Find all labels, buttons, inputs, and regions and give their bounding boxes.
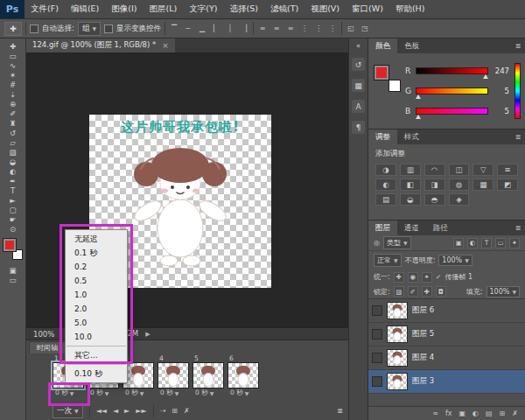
eraser-tool[interactable]: ▱	[3, 137, 24, 147]
distribute-horizontal-centers-icon[interactable]: ⋮	[313, 23, 324, 35]
levels-icon[interactable]: ▥	[400, 164, 421, 176]
unify-style-icon[interactable]: ✦	[422, 272, 432, 283]
auto-select-dropdown[interactable]: 组 ▼	[78, 22, 101, 36]
invert-icon[interactable]: ◩	[497, 178, 518, 191]
filter-pixel-layers-icon[interactable]: ▣	[453, 238, 464, 248]
distribute-right-edges-icon[interactable]: ⋮	[327, 23, 338, 35]
frame-delay-selector[interactable]: 0 秒▼	[88, 388, 121, 397]
posterize-icon[interactable]: ▤	[375, 193, 396, 206]
panel-color-swatches[interactable]	[374, 66, 401, 92]
delay-option-no-delay[interactable]: 无延迟	[66, 232, 127, 246]
character-panel-icon[interactable]: A	[352, 100, 365, 113]
quick-mask-icon[interactable]: ▣	[3, 265, 24, 275]
red-channel-value[interactable]: 247	[492, 66, 509, 75]
new-layer-icon[interactable]: ⊞	[500, 410, 506, 417]
background-color-swatch[interactable]	[388, 80, 401, 92]
filter-smart-objects-icon[interactable]: ✦	[509, 238, 520, 248]
auto-select-checkbox[interactable]	[30, 24, 38, 33]
swatches-panel-icon[interactable]: ▦	[352, 79, 365, 92]
delay-option-0-1s[interactable]: 0.1 秒	[66, 246, 127, 260]
screen-mode-icon[interactable]: ▭	[3, 275, 24, 284]
timeline-frame[interactable]: 5 0 秒▼	[192, 354, 226, 397]
menu-image[interactable]: 图像(I)	[105, 0, 143, 18]
tab-channels[interactable]: 通道	[397, 220, 426, 235]
blue-channel-slider[interactable]	[416, 108, 488, 115]
link-layers-icon[interactable]: ∞	[432, 410, 438, 417]
menu-filter[interactable]: 滤镜(T)	[264, 0, 304, 18]
foreground-color-swatch[interactable]	[374, 66, 388, 80]
marquee-tool[interactable]: ▭	[3, 51, 24, 60]
green-channel-slider[interactable]	[416, 88, 488, 94]
next-frame-button[interactable]: ►►	[136, 407, 146, 415]
curves-icon[interactable]: ◠	[424, 164, 445, 176]
delay-option-1-0[interactable]: 1.0	[66, 288, 127, 302]
close-icon[interactable]: ×	[162, 41, 169, 50]
gradient-map-icon[interactable]: ◈	[449, 193, 470, 206]
dodge-tool[interactable]: ◐	[3, 166, 24, 176]
tab-layers[interactable]: 图层	[368, 220, 397, 235]
type-tool[interactable]: T	[3, 186, 24, 195]
timeline-tab[interactable]: 时间轴	[29, 341, 66, 354]
new-group-icon[interactable]: ▤	[486, 410, 493, 417]
delete-layer-icon[interactable]: ✗	[512, 410, 518, 417]
menu-file[interactable]: 文件(F)	[24, 0, 65, 18]
pen-tool[interactable]: ✒	[3, 176, 24, 186]
layer-visibility-toggle[interactable]	[372, 305, 382, 316]
layer-name[interactable]: 图层 6	[412, 305, 434, 316]
eyedropper-tool[interactable]: ⇣	[3, 89, 24, 99]
channel-mixer-icon[interactable]: ◍	[449, 178, 470, 191]
lasso-tool[interactable]: ∿	[3, 60, 24, 70]
align-left-edges-icon[interactable]: ▏	[211, 23, 221, 35]
brightness-contrast-icon[interactable]: ◑	[375, 164, 396, 176]
unify-visibility-icon[interactable]: ◉	[408, 272, 418, 283]
menu-help[interactable]: 帮助(H)	[389, 0, 431, 18]
tab-adjustments[interactable]: 调整	[368, 130, 397, 144]
shape-tool[interactable]: ▢	[3, 205, 24, 214]
quick-selection-tool[interactable]: ✶	[3, 70, 24, 80]
frame-delay-selector[interactable]: 0 秒▼	[158, 388, 191, 397]
delay-option-other[interactable]: 其它...	[66, 348, 127, 362]
color-lookup-icon[interactable]: ▦	[472, 178, 494, 191]
foreground-color-swatch[interactable]	[4, 239, 16, 251]
exposure-icon[interactable]: ◫	[449, 164, 470, 176]
frame-thumbnail[interactable]	[228, 362, 259, 388]
timeline-frame[interactable]: 4 0 秒▼	[158, 354, 191, 397]
color-balance-icon[interactable]: ◐	[375, 178, 396, 191]
show-transform-checkbox[interactable]	[104, 24, 113, 33]
align-vertical-centers-icon[interactable]: ─	[183, 23, 193, 35]
tab-paths[interactable]: 路径	[426, 220, 455, 235]
delay-option-0-10s[interactable]: 0.10 秒	[66, 367, 127, 381]
green-channel-value[interactable]: 5	[492, 87, 509, 95]
frame-thumbnail[interactable]	[158, 362, 189, 388]
layer-visibility-toggle[interactable]	[372, 353, 382, 363]
auto-align-icon[interactable]: ◱	[346, 23, 356, 35]
foreground-background-swatches[interactable]	[4, 239, 23, 260]
red-channel-slider[interactable]	[416, 67, 488, 74]
align-top-edges-icon[interactable]: ▔	[169, 23, 179, 35]
path-selection-tool[interactable]: ►	[3, 195, 24, 205]
play-button[interactable]: ►	[124, 407, 130, 415]
lock-all-icon[interactable]: ◘	[436, 286, 446, 297]
crop-tool[interactable]: #	[3, 80, 24, 89]
delay-option-0-2[interactable]: 0.2	[66, 260, 127, 274]
black-white-icon[interactable]: ◧	[400, 178, 421, 191]
brush-tool[interactable]: ✐	[3, 108, 24, 118]
distribute-vertical-centers-icon[interactable]: ≡	[271, 23, 282, 35]
filter-type-layers-icon[interactable]: T	[481, 238, 492, 248]
layer-row[interactable]: 图层 6	[368, 299, 525, 323]
layer-name[interactable]: 图层 3	[412, 376, 434, 387]
layer-mask-icon[interactable]: ▣	[458, 410, 466, 417]
align-horizontal-centers-icon[interactable]: │	[225, 23, 235, 35]
menu-view[interactable]: 视图(V)	[304, 0, 346, 18]
layer-visibility-toggle[interactable]	[372, 376, 382, 387]
panel-menu-icon[interactable]: ≣	[511, 220, 525, 235]
align-right-edges-icon[interactable]: ▕	[239, 23, 249, 35]
frame-delay-selector[interactable]: 0 秒▼	[228, 388, 261, 397]
delay-option-2-0[interactable]: 2.0	[66, 302, 127, 316]
lock-transparency-icon[interactable]: ▨	[394, 286, 404, 297]
first-frame-button[interactable]: ◄◄	[96, 407, 107, 415]
distribute-bottom-edges-icon[interactable]: ≡	[285, 23, 296, 35]
lock-pixels-icon[interactable]: ✐	[408, 286, 418, 297]
lock-position-icon[interactable]: ✚	[422, 286, 432, 297]
duplicate-frame-button[interactable]: ⊞	[172, 407, 178, 415]
